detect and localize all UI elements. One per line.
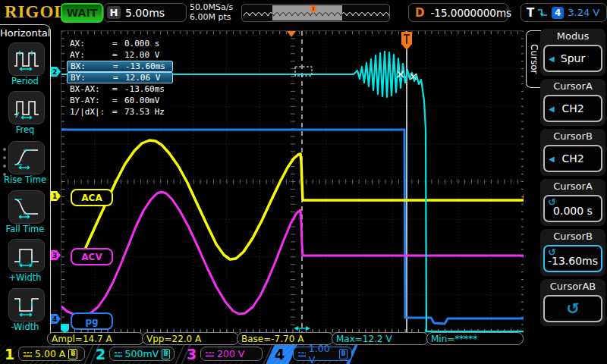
cursor-row-by: BY:=12.06 V bbox=[67, 72, 173, 83]
horizontal-measure-menu: Horizontal Period Freq bbox=[0, 24, 51, 342]
cursor-row-ax: AX:=0.000 s bbox=[67, 38, 173, 49]
ch2-number: 2 bbox=[96, 346, 105, 362]
menu-label-freq: Freq bbox=[0, 124, 50, 135]
cursor-measurement-box: AX:=0.000 s AY:=12.00 V BX:=-13.60ms BY:… bbox=[67, 38, 173, 118]
ch4-number: 4 bbox=[275, 346, 285, 362]
menu-block-cursor-a-source: CursorA ◀ CH2 bbox=[540, 79, 605, 126]
ch4-status[interactable]: 4 1.00 V B bbox=[272, 345, 354, 364]
ch4-scale-cell: 1.00 V B bbox=[293, 347, 352, 361]
fall-time-icon bbox=[13, 195, 40, 219]
cursor-menu: Cursor Modus ◀ Spur CursorA ◀ CH2 Cursor… bbox=[524, 24, 607, 341]
modus-title: Modus bbox=[540, 29, 605, 44]
plus-width-icon bbox=[13, 243, 40, 268]
menu-item-freq[interactable] bbox=[8, 91, 45, 124]
cursor-a-source-button[interactable]: ◀ CH2 bbox=[543, 95, 602, 122]
cursor-b-position-button[interactable]: ↺ -13.60ms bbox=[543, 245, 602, 272]
cursor-a-cross-marker bbox=[398, 71, 404, 77]
bw-limit-icon: B bbox=[162, 349, 170, 359]
rise-time-icon bbox=[13, 146, 40, 170]
menu-scroll-dot bbox=[3, 165, 6, 168]
timebase-cell[interactable]: H 5.00ms bbox=[103, 3, 187, 22]
horizontal-h-icon: H bbox=[107, 6, 121, 19]
rotate-knob-icon: ↺ bbox=[566, 300, 580, 318]
cursor-b-source-button[interactable]: ◀ CH2 bbox=[543, 145, 602, 172]
menu-item-fall-time[interactable] bbox=[8, 190, 45, 224]
cursor-ab-title: CursorAB bbox=[540, 279, 605, 294]
menu-block-cursor-ab: CursorAB ↺ bbox=[540, 279, 605, 326]
ch2-status[interactable]: 2 500mV B bbox=[93, 345, 178, 364]
cursor-row-bx: BX:=-13.60ms bbox=[67, 61, 173, 72]
preview-waveform bbox=[242, 5, 389, 21]
left-triangle-icon: ◀ bbox=[549, 55, 555, 63]
ch2-scale: 500mV bbox=[125, 348, 159, 359]
trigger-source-badge: 4 bbox=[552, 7, 564, 19]
memory-depth: 6.00M pts bbox=[190, 12, 233, 22]
menu-scroll-dot bbox=[3, 173, 6, 176]
cursor-a-title: CursorA bbox=[540, 79, 605, 94]
ch4-position-marker[interactable]: 4 bbox=[51, 314, 61, 324]
ch1-trace-label[interactable]: ACA bbox=[71, 189, 113, 206]
menu-label-nwidth: -Width bbox=[0, 322, 50, 332]
trigger-delay-cell[interactable]: D -15.0000000ms bbox=[408, 3, 508, 22]
acquisition-info: 50.0MSa/s 6.00M pts bbox=[190, 2, 233, 22]
cursor-row-ay: AY:=12.00 V bbox=[67, 49, 173, 61]
trigger-t-label: T bbox=[527, 6, 534, 20]
menu-scroll-dot bbox=[3, 148, 6, 151]
bw-limit-icon: B bbox=[68, 349, 77, 359]
ch3-scale: 200 V bbox=[217, 348, 244, 359]
menu-block-cursor-b-source: CursorB ◀ CH2 bbox=[540, 129, 605, 176]
ch3-trace-label[interactable]: ACV bbox=[71, 248, 113, 265]
menu-item-rise-time[interactable] bbox=[8, 141, 45, 174]
cursor-a-pos-title: CursorA bbox=[540, 179, 605, 194]
ch4-scale: 1.00 V bbox=[309, 343, 336, 364]
menu-block-cursor-b-pos: CursorB ↺ -13.60ms bbox=[540, 229, 605, 276]
menu-label-pwidth: +Width bbox=[0, 272, 50, 283]
ch1-number: 1 bbox=[5, 346, 14, 362]
left-triangle-icon: ◀ bbox=[549, 105, 555, 113]
ch1-position-marker[interactable]: 1 bbox=[51, 191, 61, 201]
cursor-b-pos-title: CursorB bbox=[540, 229, 605, 244]
cursor-row-freq: 1/|dX|:=73.53 Hz bbox=[67, 106, 173, 118]
waveform-preview-strip[interactable] bbox=[241, 4, 390, 22]
freq-icon bbox=[13, 96, 40, 120]
menu-block-modus: Modus ◀ Spur bbox=[540, 29, 605, 76]
period-icon bbox=[13, 47, 40, 71]
rigol-logo: RIGOL bbox=[5, 2, 67, 22]
ch1-scale: 5.00 A bbox=[35, 348, 65, 359]
cursor-ab-button[interactable]: ↺ bbox=[543, 295, 602, 322]
ch3-status[interactable]: 3 200 V bbox=[184, 345, 266, 364]
menu-label-rise-time: Rise Time bbox=[0, 174, 50, 185]
run-state-badge: WAIT bbox=[61, 3, 103, 23]
ch1-status[interactable]: 1 5.00 A B bbox=[0, 345, 86, 364]
measure-min: Min=***** bbox=[426, 332, 524, 345]
modus-button[interactable]: ◀ Spur bbox=[543, 45, 602, 72]
rotate-knob-icon: ↺ bbox=[548, 246, 556, 258]
delay-value: -15.0000000ms bbox=[430, 7, 511, 19]
falling-edge-icon bbox=[537, 8, 548, 18]
cursor-row-byay: BY-AY:=60.00mV bbox=[67, 95, 173, 106]
measure-ampl: Ampl=14.7 A bbox=[47, 332, 144, 345]
trigger-level-value: 3.24 V bbox=[568, 7, 599, 18]
ch3-number: 3 bbox=[187, 346, 197, 362]
coupling-icon bbox=[297, 350, 306, 358]
cursor-b-title: CursorB bbox=[540, 129, 605, 144]
menu-item-pwidth[interactable] bbox=[8, 239, 45, 272]
left-triangle-icon: ◀ bbox=[549, 155, 555, 163]
delay-d-icon: D bbox=[415, 6, 424, 20]
menu-label-period: Period bbox=[0, 76, 50, 86]
channel-status-bar: 1 5.00 A B 2 500mV B 3 200 V bbox=[0, 345, 607, 364]
menu-block-cursor-a-pos: CursorA ↺ 0.000 s bbox=[540, 179, 605, 226]
menu-item-nwidth[interactable] bbox=[8, 288, 45, 322]
ch4-trace-label[interactable]: pg bbox=[71, 312, 113, 330]
ch2-scale-cell: 500mV B bbox=[109, 347, 175, 361]
oscilloscope-screen: RIGOL WAIT H 5.00ms 50.0MSa/s 6.00M pts … bbox=[0, 0, 607, 364]
menu-item-period[interactable] bbox=[8, 42, 45, 76]
trigger-status-cell[interactable]: T 4 3.24 V bbox=[521, 3, 607, 22]
trigger-position-flag[interactable] bbox=[401, 32, 412, 50]
rotate-knob-icon: ↺ bbox=[548, 196, 556, 208]
cursor-a-position-button[interactable]: ↺ 0.000 s bbox=[543, 195, 602, 222]
ch2-position-marker[interactable]: 2 bbox=[51, 67, 61, 77]
coupling-icon bbox=[205, 350, 214, 358]
top-status-bar: RIGOL WAIT H 5.00ms 50.0MSa/s 6.00M pts … bbox=[0, 0, 607, 24]
ch3-position-marker[interactable]: 3 bbox=[51, 250, 61, 260]
